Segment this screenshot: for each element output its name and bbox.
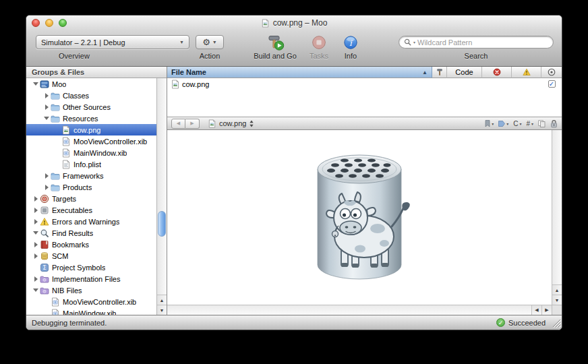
folder-icon xyxy=(51,91,61,100)
disclosure-triangle[interactable] xyxy=(32,208,40,213)
forward-button[interactable]: ▶ xyxy=(185,119,200,129)
xib-file-icon xyxy=(61,137,71,146)
class-hierarchy-menu-button[interactable]: C▾ xyxy=(513,120,521,127)
sidebar-item-label: Classes xyxy=(63,92,89,100)
sidebar-item-label: SCM xyxy=(52,252,68,260)
build-status-text: Succeeded xyxy=(508,319,546,327)
sidebar-item-classes[interactable]: Classes xyxy=(26,90,156,101)
info-button[interactable]: i xyxy=(343,34,358,51)
sidebar-item-mooviewcontroller-xib[interactable]: MooViewController.xib xyxy=(26,135,156,147)
sidebar-item-info-plist[interactable]: Info.plist xyxy=(26,158,156,170)
popup-arrow-icon: ▼ xyxy=(212,40,217,44)
scroll-up-button[interactable]: ▲ xyxy=(157,295,167,305)
sidebar-item-executables[interactable]: Executables xyxy=(26,204,156,216)
sidebar-scrollbar[interactable]: ▲ ▼ xyxy=(156,78,167,315)
tasks-button[interactable] xyxy=(312,34,326,51)
sidebar-item-mainwindow-xib[interactable]: MainWindow.xib xyxy=(26,307,156,315)
editor-horizontal-scrollbar[interactable]: ◀ ▶ xyxy=(167,305,552,315)
sidebar-item-find-results[interactable]: Find Results xyxy=(26,227,156,239)
column-header-code[interactable]: Code xyxy=(447,67,482,78)
lock-icon[interactable] xyxy=(550,119,558,128)
sidebar-item-label: Moo xyxy=(52,80,66,88)
search-field[interactable]: ▾ xyxy=(399,36,554,49)
column-header-warnings[interactable] xyxy=(512,67,541,78)
sidebar-item-targets[interactable]: Targets xyxy=(26,193,156,204)
sidebar-item-label: Bookmarks xyxy=(52,241,89,249)
status-bar: Debugging terminated. ✓ Succeeded xyxy=(26,315,562,330)
scroll-up-button[interactable]: ▲ xyxy=(552,284,562,295)
tasks-stop-icon xyxy=(312,35,326,50)
disclosure-triangle[interactable] xyxy=(32,231,40,235)
editor-vertical-scrollbar[interactable]: ▲ ▼ xyxy=(552,130,562,305)
search-input[interactable] xyxy=(417,38,548,47)
sidebar-item-label: Implementation Files xyxy=(52,275,121,283)
sidebar-item-moo[interactable]: Moo xyxy=(26,78,156,90)
sidebar-item-nib-files[interactable]: NIB Files xyxy=(26,284,156,296)
disclosure-triangle[interactable] xyxy=(32,219,40,224)
breakpoints-menu-button[interactable]: ▾ xyxy=(498,121,508,127)
titlebar[interactable]: cow.png – Moo xyxy=(26,16,562,30)
image-file-icon xyxy=(171,80,180,89)
sidebar-item-frameworks[interactable]: Frameworks xyxy=(26,170,156,181)
plist-file-icon xyxy=(61,160,71,169)
disclosure-triangle[interactable] xyxy=(32,276,40,282)
disclosure-triangle[interactable] xyxy=(32,289,40,292)
sidebar-item-other-sources[interactable]: Other Sources xyxy=(26,101,156,113)
disclosure-triangle[interactable] xyxy=(42,117,51,120)
scroll-down-button[interactable]: ▼ xyxy=(157,305,167,315)
sidebar: Groups & Files MooClassesOther SourcesRe… xyxy=(26,67,167,315)
back-button[interactable]: ◀ xyxy=(171,119,185,129)
sidebar-item-bookmarks[interactable]: Bookmarks xyxy=(26,239,156,250)
sidebar-header[interactable]: Groups & Files xyxy=(26,67,167,78)
bookmarks-menu-button[interactable]: ▾ xyxy=(485,120,494,127)
column-header-file-name[interactable]: File Name ▲ xyxy=(167,67,432,78)
hammer-icon xyxy=(436,68,444,76)
file-list-row[interactable]: cow.png ✓ xyxy=(167,78,562,90)
scroll-down-button[interactable]: ▼ xyxy=(552,295,562,305)
sidebar-item-resources[interactable]: Resources xyxy=(26,113,156,124)
sidebar-item-label: MooViewController.xib xyxy=(63,298,136,306)
scroll-left-button[interactable]: ◀ xyxy=(531,305,541,315)
sidebar-item-scm[interactable]: SCM xyxy=(26,250,156,262)
column-header-target[interactable] xyxy=(541,67,562,78)
scrollbar-thumb[interactable] xyxy=(158,211,166,237)
column-header-build[interactable] xyxy=(432,67,447,78)
sidebar-item-cow-png[interactable]: cow.png xyxy=(26,124,156,135)
error-icon xyxy=(493,68,501,76)
disclosure-triangle[interactable] xyxy=(42,185,51,190)
disclosure-triangle[interactable] xyxy=(32,196,40,202)
sidebar-item-label: MainWindow.xib xyxy=(74,149,127,157)
disclosure-triangle[interactable] xyxy=(32,242,40,247)
xib-file-icon xyxy=(61,148,71,158)
info-label: Info xyxy=(345,52,357,60)
sidebar-item-mooviewcontroller-xib[interactable]: MooViewController.xib xyxy=(26,296,156,307)
sidebar-item-implementation-files[interactable]: Implementation Files xyxy=(26,273,156,284)
sidebar-item-errors-and-warnings[interactable]: Errors and Warnings xyxy=(26,216,156,227)
column-header-errors[interactable] xyxy=(482,67,512,78)
counterparts-button[interactable] xyxy=(538,120,546,127)
action-button[interactable]: ⚙ ▼ xyxy=(196,35,224,49)
scroll-right-button[interactable]: ▶ xyxy=(541,305,552,315)
disclosure-triangle[interactable] xyxy=(32,82,40,86)
file-history-popup[interactable]: cow.png xyxy=(208,119,254,128)
stepper-icon xyxy=(249,119,254,128)
sidebar-item-label: Find Results xyxy=(52,229,93,237)
status-message: Debugging terminated. xyxy=(32,319,107,327)
disclosure-triangle[interactable] xyxy=(32,253,40,259)
file-list-header: File Name ▲ Code xyxy=(167,67,562,78)
included-files-menu-button[interactable]: #▾ xyxy=(526,120,533,127)
sidebar-item-mainwindow-xib[interactable]: MainWindow.xib xyxy=(26,147,156,158)
disclosure-triangle[interactable] xyxy=(42,93,51,98)
overview-popup[interactable]: Simulator – 2.2.1 | Debug ▼ xyxy=(36,35,189,49)
sidebar-item-products[interactable]: Products xyxy=(26,181,156,193)
folder-icon xyxy=(51,171,61,181)
toolbar-item-overview: Simulator – 2.2.1 | Debug ▼ Overview xyxy=(36,34,189,60)
xib-file-icon xyxy=(51,297,61,307)
build-and-go-button[interactable] xyxy=(266,34,285,51)
target-membership-checkbox[interactable]: ✓ xyxy=(548,80,556,88)
disclosure-triangle[interactable] xyxy=(42,173,51,179)
sidebar-item-project-symbols[interactable]: ΣProject Symbols xyxy=(26,262,156,273)
resize-grip[interactable] xyxy=(552,319,561,329)
proxy-document-icon[interactable] xyxy=(261,19,270,28)
disclosure-triangle[interactable] xyxy=(42,104,51,110)
